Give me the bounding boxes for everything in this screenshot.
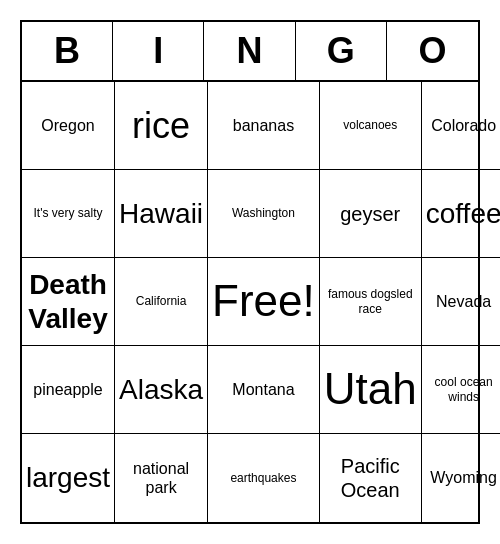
- bingo-cell-text: rice: [132, 104, 190, 147]
- bingo-cell: largest: [22, 434, 115, 522]
- bingo-cell: Washington: [208, 170, 320, 258]
- bingo-header-cell: G: [296, 22, 387, 80]
- bingo-cell: geyser: [320, 170, 422, 258]
- bingo-cell-text: California: [136, 294, 187, 308]
- bingo-header-cell: O: [387, 22, 478, 80]
- bingo-cell-text: Washington: [232, 206, 295, 220]
- bingo-cell-text: bananas: [233, 116, 294, 135]
- bingo-cell: famous dogsled race: [320, 258, 422, 346]
- bingo-header-cell: B: [22, 22, 113, 80]
- bingo-cell-text: Alaska: [119, 373, 203, 407]
- bingo-cell-text: volcanoes: [343, 118, 397, 132]
- bingo-cell: cool ocean winds: [422, 346, 500, 434]
- bingo-header: BINGO: [22, 22, 478, 82]
- bingo-cell-text: Oregon: [41, 116, 94, 135]
- bingo-cell-text: cool ocean winds: [426, 375, 500, 404]
- bingo-cell: Pacific Ocean: [320, 434, 422, 522]
- bingo-card: BINGO OregonricebananasvolcanoesColorado…: [20, 20, 480, 524]
- bingo-cell: Oregon: [22, 82, 115, 170]
- bingo-cell: coffee: [422, 170, 500, 258]
- bingo-cell-text: largest: [26, 461, 110, 495]
- bingo-cell: Free!: [208, 258, 320, 346]
- bingo-cell: Utah: [320, 346, 422, 434]
- bingo-cell-text: national park: [119, 459, 203, 497]
- bingo-cell-text: pineapple: [33, 380, 102, 399]
- bingo-cell-text: It's very salty: [34, 206, 103, 220]
- bingo-cell: Death Valley: [22, 258, 115, 346]
- bingo-cell-text: Death Valley: [26, 268, 110, 335]
- bingo-cell-text: coffee: [426, 197, 500, 231]
- bingo-cell: volcanoes: [320, 82, 422, 170]
- bingo-cell-text: famous dogsled race: [324, 287, 417, 316]
- bingo-cell: bananas: [208, 82, 320, 170]
- bingo-cell: Hawaii: [115, 170, 208, 258]
- bingo-cell: earthquakes: [208, 434, 320, 522]
- bingo-cell: Colorado: [422, 82, 500, 170]
- bingo-cell-text: Pacific Ocean: [324, 454, 417, 502]
- bingo-cell-text: Colorado: [431, 116, 496, 135]
- bingo-cell-text: Utah: [324, 363, 417, 416]
- bingo-cell: Alaska: [115, 346, 208, 434]
- bingo-cell-text: Montana: [232, 380, 294, 399]
- bingo-cell: Montana: [208, 346, 320, 434]
- bingo-cell-text: Wyoming: [430, 468, 497, 487]
- bingo-cell-text: Free!: [212, 275, 315, 328]
- bingo-cell-text: earthquakes: [230, 471, 296, 485]
- bingo-cell: Wyoming: [422, 434, 500, 522]
- bingo-cell: pineapple: [22, 346, 115, 434]
- bingo-grid: OregonricebananasvolcanoesColoradoIt's v…: [22, 82, 478, 522]
- bingo-cell: California: [115, 258, 208, 346]
- bingo-header-cell: N: [204, 22, 295, 80]
- bingo-cell: national park: [115, 434, 208, 522]
- bingo-cell-text: Nevada: [436, 292, 491, 311]
- bingo-cell: It's very salty: [22, 170, 115, 258]
- bingo-cell-text: geyser: [340, 202, 400, 226]
- bingo-cell: Nevada: [422, 258, 500, 346]
- bingo-header-cell: I: [113, 22, 204, 80]
- bingo-cell: rice: [115, 82, 208, 170]
- bingo-cell-text: Hawaii: [119, 197, 203, 231]
